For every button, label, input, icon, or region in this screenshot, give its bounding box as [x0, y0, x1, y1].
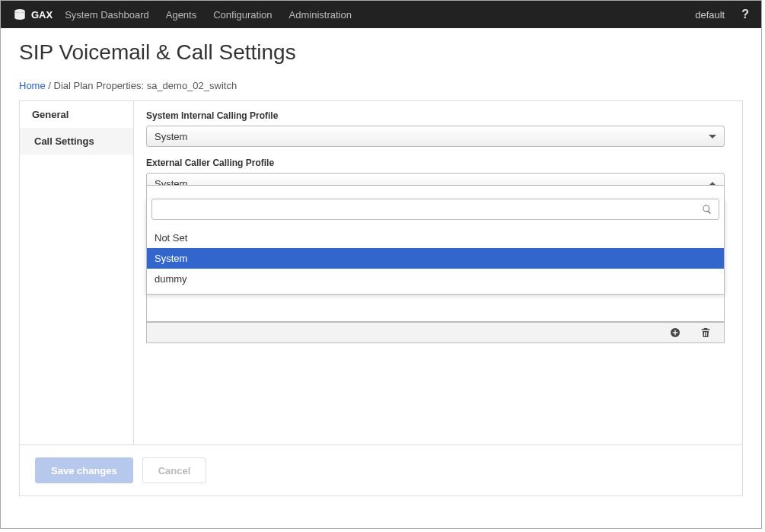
- option-system[interactable]: System: [147, 248, 724, 269]
- dropdown-search-input[interactable]: [158, 204, 702, 215]
- dropdown-options: Not Set System dummy: [147, 225, 724, 294]
- field2-dropdown: Not Set System dummy: [146, 199, 725, 295]
- svg-point-0: [14, 9, 25, 13]
- cancel-button[interactable]: Cancel: [142, 457, 207, 483]
- action-bar: Save changes Cancel: [20, 444, 742, 495]
- nav-agents[interactable]: Agents: [166, 9, 196, 21]
- brand[interactable]: GAX: [13, 8, 53, 21]
- help-icon[interactable]: ?: [741, 8, 749, 21]
- breadcrumb: Home / Dial Plan Properties: sa_demo_02_…: [19, 80, 743, 91]
- field1-select[interactable]: System: [146, 126, 725, 147]
- breadcrumb-sep: /: [46, 80, 54, 91]
- nav-configuration[interactable]: Configuration: [213, 9, 272, 21]
- tab-call-settings[interactable]: Call Settings: [20, 128, 133, 155]
- delete-button[interactable]: [700, 327, 712, 339]
- add-button[interactable]: [669, 327, 681, 339]
- trash-icon: [700, 327, 712, 339]
- plus-circle-icon: [669, 327, 681, 339]
- field2-label: External Caller Calling Profile: [146, 158, 730, 168]
- records-footer: [146, 322, 725, 343]
- main-panel: General Call Settings System Internal Ca…: [19, 100, 743, 496]
- breadcrumb-current: Dial Plan Properties: sa_demo_02_switch: [54, 80, 237, 91]
- svg-rect-3: [673, 332, 678, 333]
- search-icon: [702, 204, 712, 215]
- tab-general[interactable]: General: [20, 101, 133, 128]
- sidebar: General Call Settings: [20, 101, 134, 444]
- form-area: System Internal Calling Profile System E…: [134, 101, 742, 444]
- nav-administration[interactable]: Administration: [289, 9, 352, 21]
- chevron-down-icon: [709, 135, 716, 139]
- breadcrumb-home[interactable]: Home: [19, 80, 46, 91]
- field1-label: System Internal Calling Profile: [146, 110, 730, 121]
- topbar: GAX System Dashboard Agents Configuratio…: [1, 1, 761, 28]
- brand-icon: [13, 8, 27, 21]
- dropdown-search: [151, 199, 719, 220]
- brand-label: GAX: [31, 9, 53, 21]
- nav-system-dashboard[interactable]: System Dashboard: [65, 9, 149, 21]
- option-not-set[interactable]: Not Set: [147, 228, 724, 248]
- page-title: SIP Voicemail & Call Settings: [19, 40, 743, 65]
- field1-value: System: [155, 131, 187, 142]
- option-dummy[interactable]: dummy: [147, 269, 724, 289]
- user-menu[interactable]: default: [695, 9, 725, 21]
- save-button[interactable]: Save changes: [35, 457, 133, 483]
